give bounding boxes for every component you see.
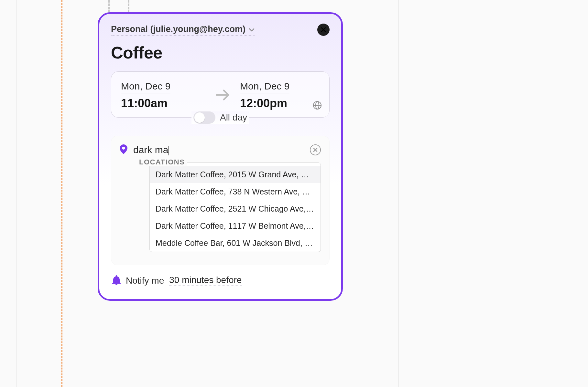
location-suggestion-item[interactable]: Dark Matter Coffee, 738 N Western Ave, C… [150,183,321,200]
locations-header: LOCATIONS [136,158,187,166]
location-input[interactable]: dark ma [133,144,304,155]
bell-icon [112,275,121,286]
notify-prefix: Notify me [126,276,164,286]
notify-time-selector[interactable]: 30 minutes before [169,275,242,286]
time-card: Mon, Dec 9 11:00am Mon, Dec 9 12:00pm [111,71,330,118]
calendar-gridline [16,0,16,387]
close-icon [321,27,326,33]
location-input-value: dark ma [133,144,168,155]
location-suggestions-dropdown: Dark Matter Coffee, 2015 W Grand Ave, Ch… [149,162,321,252]
start-time-block[interactable]: Mon, Dec 9 11:00am [121,81,205,110]
modal-header: Personal (julie.young@hey.com) [111,24,330,36]
calendar-gridline [349,0,349,387]
location-section: dark ma LOCATIONS Dark Matter Coffee, 20… [111,136,330,265]
x-icon [313,148,318,152]
calendar-selector-label: Personal (julie.young@hey.com) [111,24,245,34]
all-day-row: All day [188,111,252,124]
current-time-indicator [61,0,62,387]
location-suggestion-item[interactable]: Dark Matter Coffee, 2521 W Chicago Ave, … [150,200,321,217]
calendar-grid-dash [128,0,129,13]
calendar-gridline [440,0,440,387]
arrow-right-icon [215,89,230,103]
calendar-grid-dash [108,0,110,13]
toggle-knob [194,112,205,123]
location-suggestion-item[interactable]: Meddle Coffee Bar, 601 W Jackson Blvd, C… [150,235,321,252]
calendar-gridline [398,0,399,387]
location-suggestion-item[interactable]: Dark Matter Coffee, 1117 W Belmont Ave, … [150,217,321,235]
globe-icon [312,100,322,110]
all-day-label: All day [220,112,247,123]
end-date[interactable]: Mon, Dec 9 [240,81,289,93]
start-time[interactable]: 11:00am [121,97,205,110]
location-pin-icon [120,144,127,155]
all-day-toggle[interactable] [193,111,215,124]
calendar-selector[interactable]: Personal (julie.young@hey.com) [111,24,255,36]
time-row: Mon, Dec 9 11:00am Mon, Dec 9 12:00pm [121,81,320,110]
notification-row[interactable]: Notify me 30 minutes before [111,275,330,286]
chevron-down-icon [249,24,255,34]
location-input-row: dark ma [120,144,321,155]
location-suggestion-item[interactable]: Dark Matter Coffee, 2015 W Grand Ave, Ch… [150,166,321,183]
text-caret [169,146,169,155]
event-title-input[interactable]: Coffee [111,43,330,62]
end-time[interactable]: 12:00pm [240,97,324,110]
clear-location-button[interactable] [310,144,321,155]
end-time-block[interactable]: Mon, Dec 9 12:00pm [240,81,324,110]
close-button[interactable] [317,24,330,36]
start-date[interactable]: Mon, Dec 9 [121,81,170,93]
timezone-button[interactable] [312,100,322,111]
event-editor-modal: Personal (julie.young@hey.com) Coffee Mo… [98,12,343,301]
